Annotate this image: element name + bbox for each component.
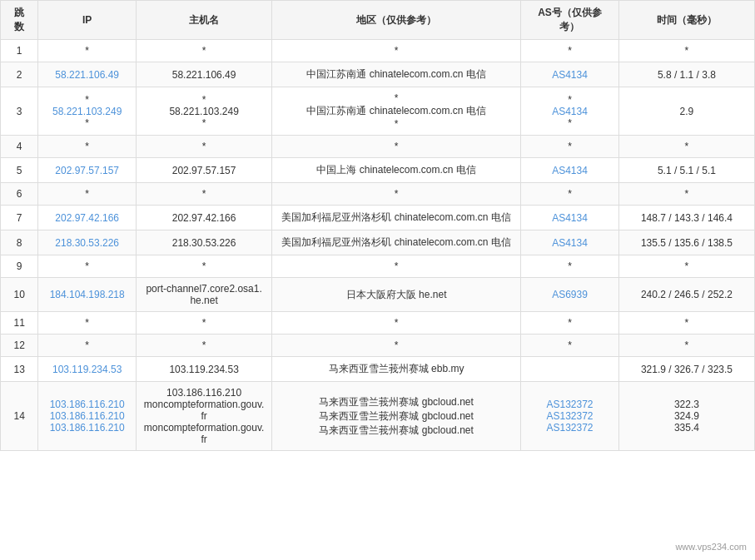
cell-region: 美国加利福尼亚州洛杉矶 chinatelecom.com.cn 电信 — [272, 206, 521, 230]
cell-hop: 3 — [1, 87, 38, 136]
cell-hop: 5 — [1, 158, 38, 183]
cell-hostname: * — [137, 255, 272, 278]
cell-time: * — [618, 255, 754, 278]
table-row: 1***** — [1, 40, 755, 62]
cell-hop: 8 — [1, 230, 38, 255]
as-link[interactable]: AS132372 — [546, 422, 593, 434]
as-link[interactable]: AS6939 — [552, 289, 588, 300]
table-row: 6***** — [1, 183, 755, 206]
cell-hop: 12 — [1, 335, 38, 357]
cell-as: * — [521, 136, 619, 158]
ip-link[interactable]: 58.221.106.49 — [55, 69, 119, 81]
as-link[interactable]: AS4134 — [552, 165, 588, 176]
table-row: 4***** — [1, 136, 755, 158]
cell-region: 马来西亚雪兰莪州赛城 ebb.my — [272, 357, 521, 382]
cell-as: * — [521, 255, 619, 278]
cell-hop: 2 — [1, 62, 38, 87]
cell-time: 5.8 / 1.1 / 3.8 — [618, 62, 754, 87]
cell-region: * — [272, 40, 521, 62]
header-ip: IP — [38, 1, 137, 40]
cell-as — [521, 357, 619, 382]
table-row: 5202.97.57.157202.97.57.157中国上海 chinatel… — [1, 158, 755, 183]
cell-as: AS4134 — [521, 158, 619, 183]
as-link[interactable]: AS132372 — [546, 399, 593, 410]
cell-ip: * — [38, 183, 137, 206]
ip-link[interactable]: 218.30.53.226 — [55, 237, 119, 249]
as-link[interactable]: AS4134 — [552, 237, 588, 249]
cell-as: * — [521, 40, 619, 62]
cell-ip: 202.97.57.157 — [38, 158, 137, 183]
cell-hostname: * — [137, 335, 272, 357]
cell-hostname: * — [137, 183, 272, 206]
cell-time: * — [618, 335, 754, 357]
traceroute-table: 跳数 IP 主机名 地区（仅供参考） AS号（仅供参考） 时间（毫秒） 1***… — [0, 0, 755, 451]
cell-region: 日本大阪府大阪 he.net — [272, 278, 521, 312]
cell-ip: 58.221.106.49 — [38, 62, 137, 87]
cell-hostname: 202.97.57.157 — [137, 158, 272, 183]
cell-hostname: 58.221.106.49 — [137, 62, 272, 87]
header-hop: 跳数 — [1, 1, 38, 40]
header-region: 地区（仅供参考） — [272, 1, 521, 40]
ip-link[interactable]: 58.221.103.249 — [52, 106, 122, 117]
cell-ip: * — [38, 255, 137, 278]
cell-hop: 7 — [1, 206, 38, 230]
cell-time: 322.3324.9335.4 — [618, 382, 754, 451]
cell-as: *AS4134* — [521, 87, 619, 136]
header-as: AS号（仅供参考） — [521, 1, 619, 40]
cell-time: * — [618, 136, 754, 158]
cell-region: * — [272, 255, 521, 278]
cell-region: * — [272, 312, 521, 335]
cell-ip: * — [38, 335, 137, 357]
cell-hop: 4 — [1, 136, 38, 158]
cell-region: * — [272, 136, 521, 158]
ip-link[interactable]: 202.97.42.166 — [55, 212, 119, 224]
cell-hop: 10 — [1, 278, 38, 312]
cell-hostname: 202.97.42.166 — [137, 206, 272, 230]
cell-time: 2.9 — [618, 87, 754, 136]
cell-ip: 103.186.116.210103.186.116.210103.186.11… — [38, 382, 137, 451]
cell-ip: 218.30.53.226 — [38, 230, 137, 255]
cell-hostname: * — [137, 136, 272, 158]
cell-region: * — [272, 335, 521, 357]
cell-ip: 184.104.198.218 — [38, 278, 137, 312]
table-row: 8218.30.53.226218.30.53.226美国加利福尼亚州洛杉矶 c… — [1, 230, 755, 255]
header-hostname: 主机名 — [137, 1, 272, 40]
as-link[interactable]: AS4134 — [552, 69, 588, 81]
table-row: 7202.97.42.166202.97.42.166美国加利福尼亚州洛杉矶 c… — [1, 206, 755, 230]
cell-region: 美国加利福尼亚州洛杉矶 chinatelecom.com.cn 电信 — [272, 230, 521, 255]
as-link[interactable]: AS4134 — [552, 212, 588, 224]
as-link[interactable]: AS4134 — [552, 106, 588, 117]
cell-ip: 202.97.42.166 — [38, 206, 137, 230]
cell-time: 240.2 / 246.5 / 252.2 — [618, 278, 754, 312]
cell-ip: * — [38, 136, 137, 158]
cell-ip: *58.221.103.249* — [38, 87, 137, 136]
cell-as: * — [521, 183, 619, 206]
ip-link[interactable]: 103.186.116.210 — [50, 399, 125, 410]
cell-time: * — [618, 312, 754, 335]
ip-link[interactable]: 103.119.234.53 — [52, 364, 122, 375]
cell-as: AS4134 — [521, 206, 619, 230]
table-row: 14103.186.116.210103.186.116.210103.186.… — [1, 382, 755, 451]
cell-as: * — [521, 312, 619, 335]
cell-region: *中国江苏南通 chinatelecom.com.cn 电信* — [272, 87, 521, 136]
ip-link[interactable]: 103.186.116.210 — [50, 410, 125, 422]
cell-ip: * — [38, 312, 137, 335]
ip-link[interactable]: 202.97.57.157 — [55, 165, 119, 176]
cell-region: 中国上海 chinatelecom.com.cn 电信 — [272, 158, 521, 183]
cell-hostname: * — [137, 312, 272, 335]
cell-hop: 9 — [1, 255, 38, 278]
ip-link[interactable]: 184.104.198.218 — [50, 289, 125, 300]
cell-as: * — [521, 335, 619, 357]
ip-link[interactable]: 103.186.116.210 — [50, 422, 125, 434]
cell-hostname: 218.30.53.226 — [137, 230, 272, 255]
table-row: 9***** — [1, 255, 755, 278]
cell-time: * — [618, 40, 754, 62]
cell-time: 135.5 / 135.6 / 138.5 — [618, 230, 754, 255]
table-row: 13103.119.234.53103.119.234.53马来西亚雪兰莪州赛城… — [1, 357, 755, 382]
table-row: 12***** — [1, 335, 755, 357]
cell-as: AS4134 — [521, 62, 619, 87]
table-row: 258.221.106.4958.221.106.49中国江苏南通 chinat… — [1, 62, 755, 87]
cell-time: 321.9 / 326.7 / 323.5 — [618, 357, 754, 382]
as-link[interactable]: AS132372 — [546, 410, 593, 422]
cell-ip: 103.119.234.53 — [38, 357, 137, 382]
